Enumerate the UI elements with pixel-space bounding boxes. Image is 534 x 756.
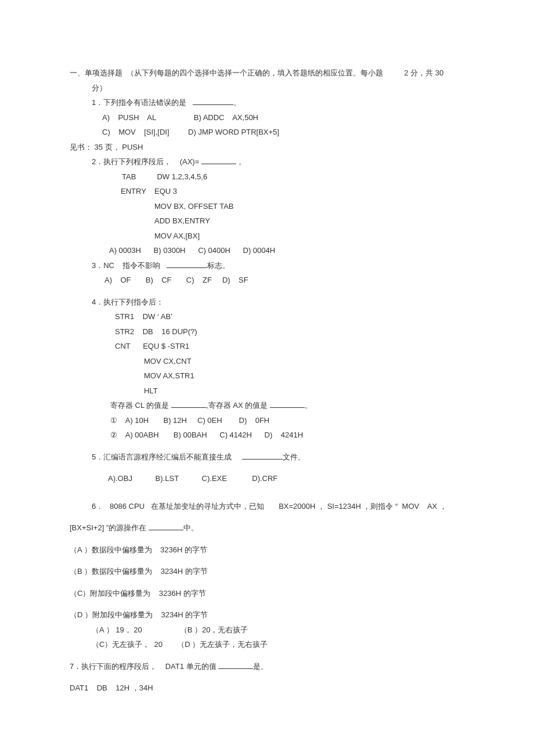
q1-opt-d: D) JMP WORD PTR[BX+5] xyxy=(188,128,279,136)
section-title-line-2: 分） xyxy=(70,82,464,94)
q5-stem-line: 5．汇编语言源程序经汇编后不能直接生成 文件。 xyxy=(70,451,464,463)
q2-stem-line: 2．执行下列程序段后， (AX)= 。 xyxy=(70,156,464,168)
q6-opt-c: （C）附加段中偏移量为 3236H 的字节 xyxy=(70,588,464,599)
q1-tail: 。 xyxy=(233,98,241,107)
q4-blank-1 xyxy=(171,400,206,408)
section-title-line-1: 一、单项选择题 （从下列每题的四个选择中选择一个正确的，填入答题纸的相应位置。每… xyxy=(70,67,464,79)
q4-code-4: MOV CX,CNT xyxy=(70,356,464,367)
section-intro-b: 2 分，共 30 xyxy=(404,68,443,77)
q1-opts-row2: C) MOV [SI],[DI] D) JMP WORD PTR[BX+5] xyxy=(70,126,464,138)
q1-stem-line: 1．下列指令有语法错误的是 。 xyxy=(70,97,464,108)
q6-line-2: [BX+SI+2] ”的源操作在 中。 xyxy=(70,522,464,534)
q1-opt-a: A) PUSH AL xyxy=(102,113,156,122)
q6-extra-1: （A ） 19， 20 （B ）20，无右孩子 xyxy=(70,624,464,636)
q4-mid-line: 寄存器 CL 的值是 ,寄存器 AX 的值是 。 xyxy=(70,400,464,411)
q3-tail: 标志。 xyxy=(207,261,230,270)
q1-opt-b: B) ADDC AX,50H xyxy=(194,113,258,122)
q5-stem: 5．汇编语言源程序经汇编后不能直接生成 xyxy=(92,453,232,461)
q3-opts: A) OF B) CF C) ZF D) SF xyxy=(70,274,464,286)
q6-b-pre: [BX+SI+2] ”的源操作在 xyxy=(70,523,146,532)
q6-extra-2: （C）无左孩子， 20 （D ）无左孩子，无右孩子 xyxy=(70,639,464,650)
q2-code-2: ENTRY EQU 3 xyxy=(70,186,464,197)
q6-opt-a: （A ）数据段中偏移量为 3236H 的字节 xyxy=(70,544,464,556)
q2-tail: 。 xyxy=(236,157,246,166)
q4-mid-a: 寄存器 CL 的值是 xyxy=(110,401,169,410)
q4-opts-2: ② A) 00ABH B) 00BAH C) 4142H D) 4241H xyxy=(70,429,464,441)
q2-code-3: MOV BX, OFFSET TAB xyxy=(70,201,464,212)
q4-blank-2 xyxy=(270,400,305,408)
q4-mid-c: 。 xyxy=(305,401,312,410)
q6-opt-b: （B ）数据段中偏移量为 3234H 的字节 xyxy=(70,566,464,577)
q6-opt-d: （D ）附加段中偏移量为 3234H 的字节 xyxy=(70,609,464,621)
q5-tail: 文件。 xyxy=(283,453,305,461)
q2-opts: A) 0003H B) 0300H C) 0400H D) 0004H xyxy=(70,245,464,256)
q4-code-1: STR1 DW ‘ AB’ xyxy=(70,311,464,323)
q3-stem: 3．NC 指令不影响 xyxy=(92,261,160,270)
q3-blank xyxy=(167,260,207,268)
q1-note: 见书： 35 页， PUSH xyxy=(70,142,464,153)
q2-code-4: ADD BX,ENTRY xyxy=(70,215,464,227)
q4-code-6: HLT xyxy=(70,385,464,397)
q4-code-5: MOV AX,STR1 xyxy=(70,370,464,382)
q4-opts-1: ① A) 10H B) 12H C) 0EH D) 0FH xyxy=(70,415,464,426)
q4-code-3: CNT EQU $ -STR1 xyxy=(70,341,464,352)
q6-blank xyxy=(149,522,183,530)
q2-stem: 2．执行下列程序段后， (AX)= xyxy=(92,157,199,166)
q1-opts-row1: A) PUSH AL B) ADDC AX,50H xyxy=(70,112,464,124)
q1-blank xyxy=(193,97,233,105)
document-page: 一、单项选择题 （从下列每题的四个选择中选择一个正确的，填入答题纸的相应位置。每… xyxy=(0,0,534,732)
q1-stem: 1．下列指令有语法错误的是 xyxy=(92,98,186,107)
q5-blank xyxy=(242,451,283,460)
q1-opt-c: C) MOV [SI],[DI] xyxy=(102,128,169,136)
q7-stem-line: 7．执行下面的程序段后， DAT1 单元的值 是。 xyxy=(70,661,464,672)
q2-code-1: TAB DW 1,2,3,4,5,6 xyxy=(70,171,464,183)
q7-code-1: DAT1 DB 12H ，34H xyxy=(70,682,464,694)
q6-b-post: 中。 xyxy=(183,523,199,532)
q6-line-1: 6． 8086 CPU 在基址加变址的寻址方式中，已知 BX=2000H ， S… xyxy=(70,501,464,512)
q7-blank xyxy=(218,661,253,669)
q3-stem-line: 3．NC 指令不影响 标志。 xyxy=(70,260,464,272)
q4-stem: 4．执行下列指令后： xyxy=(70,296,464,308)
q5-opts: A).OBJ B).LST C).EXE D).CRF xyxy=(70,473,464,484)
q4-code-2: STR2 DB 16 DUP(?) xyxy=(70,326,464,338)
q7-stem: 7．执行下面的程序段后， DAT1 单元的值 xyxy=(70,662,217,671)
section-intro-a: 一、单项选择题 （从下列每题的四个选择中选择一个正确的，填入答题纸的相应位置。每… xyxy=(70,68,383,77)
q2-blank xyxy=(201,156,236,164)
q2-code-5: MOV AX,[BX] xyxy=(70,230,464,242)
q4-mid-b: ,寄存器 AX 的值是 xyxy=(206,401,268,410)
q7-tail: 是。 xyxy=(253,662,268,671)
